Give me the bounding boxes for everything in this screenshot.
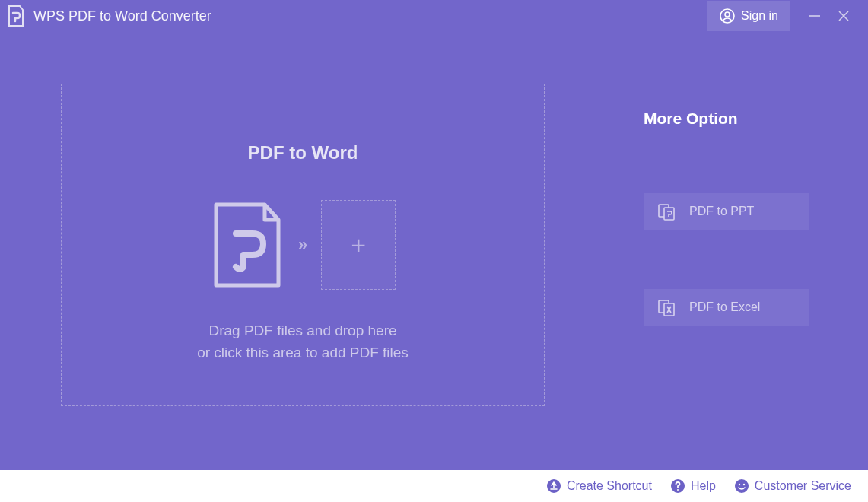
titlebar: WPS PDF to Word Converter Sign in [0, 0, 868, 32]
dropzone-title: PDF to Word [248, 142, 358, 164]
close-button[interactable] [838, 10, 850, 22]
svg-point-15 [739, 484, 740, 485]
option-label: PDF to Excel [689, 300, 760, 314]
side-panel: More Option PDF to PPT [644, 84, 809, 406]
help-link[interactable]: Help [670, 478, 716, 494]
add-file-box[interactable]: + [321, 200, 396, 290]
svg-point-1 [725, 12, 730, 17]
shortcut-icon [546, 478, 561, 494]
plus-icon: + [351, 230, 366, 260]
help-icon [670, 478, 685, 494]
app-logo-icon [8, 5, 24, 27]
user-circle-icon [720, 8, 735, 24]
svg-point-16 [743, 484, 745, 485]
pdf-document-icon [210, 200, 285, 290]
app-title: WPS PDF to Word Converter [33, 8, 211, 24]
dropzone-instruction: Drag PDF files and drop here or click th… [197, 320, 409, 364]
pdf-to-excel-icon [657, 298, 676, 316]
dropzone-icons: » + [210, 200, 396, 290]
customer-service-link[interactable]: Customer Service [734, 478, 851, 494]
option-label: PDF to PPT [689, 205, 754, 218]
svg-rect-6 [664, 208, 674, 220]
signin-button[interactable]: Sign in [707, 1, 790, 31]
pdf-to-ppt-button[interactable]: PDF to PPT [644, 193, 809, 230]
pdf-to-excel-button[interactable]: PDF to Excel [644, 289, 809, 326]
side-panel-title: More Option [644, 110, 809, 128]
arrow-icon: » [298, 235, 307, 255]
minimize-button[interactable] [809, 10, 821, 22]
svg-point-13 [677, 489, 679, 491]
svg-point-14 [735, 479, 749, 493]
pdf-to-ppt-icon [657, 202, 676, 221]
file-dropzone[interactable]: PDF to Word » + Drag PDF files and drop … [61, 84, 545, 406]
footer: Create Shortcut Help Customer Service [0, 470, 868, 502]
signin-label: Sign in [741, 9, 778, 23]
smile-icon [734, 478, 749, 494]
create-shortcut-link[interactable]: Create Shortcut [546, 478, 652, 494]
